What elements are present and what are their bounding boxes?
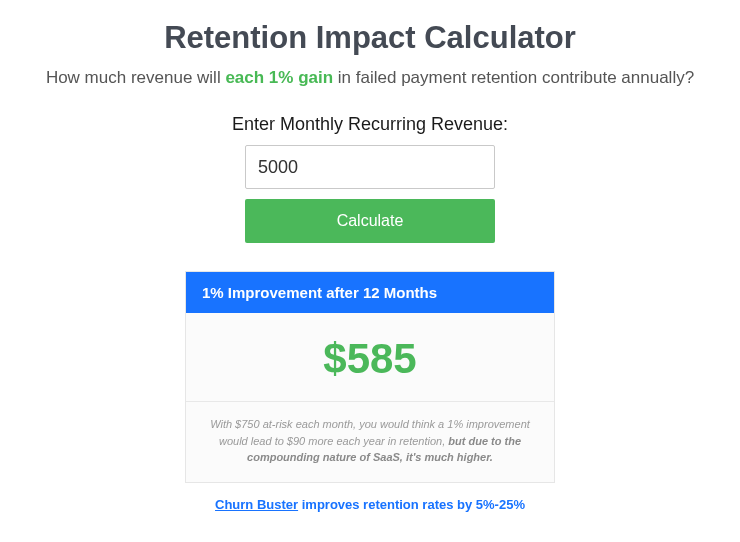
subtitle: How much revenue will each 1% gain in fa… (20, 68, 720, 88)
result-card: 1% Improvement after 12 Months $585 With… (185, 271, 555, 483)
mrr-label: Enter Monthly Recurring Revenue: (20, 114, 720, 135)
subtitle-pre: How much revenue will (46, 68, 226, 87)
churn-buster-link[interactable]: Churn Buster (215, 497, 298, 512)
subtitle-highlight: each 1% gain (225, 68, 333, 87)
footer-tail: improves retention rates by 5%-25% (298, 497, 525, 512)
subtitle-post: in failed payment retention contribute a… (333, 68, 694, 87)
calculate-button[interactable]: Calculate (245, 199, 495, 243)
result-header: 1% Improvement after 12 Months (186, 272, 554, 313)
result-amount: $585 (186, 313, 554, 401)
input-wrap: Calculate (20, 145, 720, 243)
page-title: Retention Impact Calculator (20, 20, 720, 56)
result-note: With $750 at-risk each month, you would … (186, 401, 554, 482)
footer-note: Churn Buster improves retention rates by… (20, 497, 720, 512)
mrr-input[interactable] (245, 145, 495, 189)
